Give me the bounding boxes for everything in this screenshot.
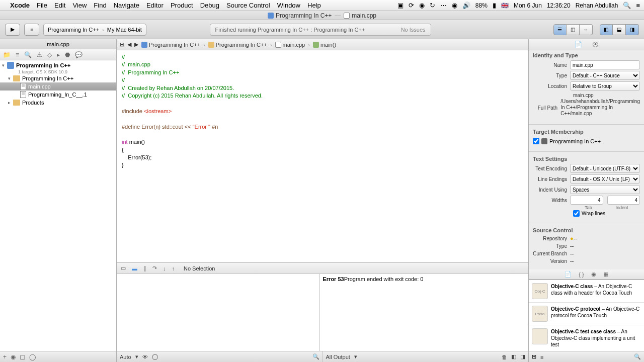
forward-button[interactable]: ▶ xyxy=(134,41,138,48)
menubar-date[interactable]: Mon 6 Jun xyxy=(514,2,542,9)
sync-icon[interactable]: ⟳ xyxy=(409,2,414,9)
group-row[interactable]: ▾ Programming In C++ xyxy=(0,74,116,82)
filter-icon[interactable]: 🔍 xyxy=(312,353,319,360)
menu-edit[interactable]: Edit xyxy=(54,2,65,9)
find-navigator-tab[interactable]: 🔍 xyxy=(24,51,32,58)
toggle-debug-button[interactable]: ⬓ xyxy=(613,24,626,35)
run-button[interactable]: ▶ xyxy=(5,24,20,36)
print-icon[interactable]: ◯ xyxy=(152,353,158,360)
file-inspector-tab[interactable]: 📄 xyxy=(574,41,582,48)
menu-source-control[interactable]: Source Control xyxy=(226,2,270,9)
test-navigator-tab[interactable]: ◇ xyxy=(47,51,52,58)
notifications-icon[interactable]: ≡ xyxy=(636,2,640,9)
filter-scm-icon[interactable]: ▢ xyxy=(20,353,25,360)
media-library-tab[interactable]: ▦ xyxy=(603,271,608,278)
type-select[interactable]: Default - C++ Source xyxy=(570,71,640,80)
file-template-tab[interactable]: 📄 xyxy=(565,271,572,278)
input-flag[interactable]: 🇬🇧 xyxy=(501,2,509,9)
target-checkbox[interactable] xyxy=(533,138,539,144)
jump-group[interactable]: Programming In C++ xyxy=(208,42,267,48)
standard-editor-button[interactable]: ☰ xyxy=(553,24,567,35)
screen-share-icon[interactable]: ▣ xyxy=(397,2,404,9)
version-editor-button[interactable]: ↔ xyxy=(580,24,593,35)
back-button[interactable]: ◀ xyxy=(127,41,131,48)
toggle-breakpoints-icon[interactable]: ▭ xyxy=(121,265,126,272)
indent-select[interactable]: Spaces xyxy=(570,185,640,194)
name-field[interactable] xyxy=(570,60,640,69)
tab-width-field[interactable] xyxy=(570,196,603,205)
output-selector[interactable]: All Output xyxy=(326,354,350,360)
volume-icon[interactable]: 🔊 xyxy=(462,2,470,9)
lib-item[interactable]: Objective-C test case class – An Objecti… xyxy=(529,325,644,351)
file-row-selected[interactable]: main.cpp xyxy=(0,82,116,90)
menu-editor[interactable]: Editor xyxy=(146,2,164,9)
toggle-utilities-button[interactable]: ◨ xyxy=(626,24,639,35)
toggle-vars-icon[interactable]: ◧ xyxy=(511,353,516,360)
menu-help[interactable]: Help xyxy=(307,2,321,9)
object-library-tab[interactable]: ◉ xyxy=(591,271,596,278)
toggle-navigator-button[interactable]: ◧ xyxy=(600,24,613,35)
step-into-icon[interactable]: ↓ xyxy=(163,265,166,272)
quicklook-icon[interactable]: 👁 xyxy=(142,354,148,360)
menu-view[interactable]: View xyxy=(72,2,87,9)
project-row[interactable]: ▾ Programming In C++ xyxy=(0,61,116,69)
jump-file[interactable]: main.cpp xyxy=(275,42,305,48)
add-button[interactable]: + xyxy=(3,353,7,360)
time-machine-icon[interactable]: ↻ xyxy=(430,2,435,9)
issue-navigator-tab[interactable]: ⚠ xyxy=(37,51,42,58)
variables-view[interactable] xyxy=(117,274,320,351)
related-items-icon[interactable]: ⊞ xyxy=(120,41,124,48)
open-file-tab[interactable]: main.cpp xyxy=(0,39,116,49)
scheme-selector[interactable]: Programming In C++ › My Mac 64-bit xyxy=(43,24,146,36)
stop-button[interactable]: ■ xyxy=(24,24,39,36)
lib-item[interactable]: Obj-C Objective-C class – An Objective-C… xyxy=(529,280,644,303)
products-row[interactable]: ▸ Products xyxy=(0,99,116,107)
filter-icon[interactable]: ◯ xyxy=(29,353,36,360)
disclosure-icon[interactable]: ▸ xyxy=(8,100,13,105)
location-select[interactable]: Relative to Group xyxy=(570,81,640,90)
lib-item[interactable]: Proto Objective-C protocol – An Objectiv… xyxy=(529,303,644,325)
symbol-navigator-tab[interactable]: ≡ xyxy=(16,51,19,58)
console-view[interactable]: Error 53Program ended with exit code: 0 xyxy=(320,274,529,351)
file-row[interactable]: Programming_In_C__.1 xyxy=(0,90,116,99)
assistant-editor-button[interactable]: ◫ xyxy=(567,24,580,35)
menu-find[interactable]: Find xyxy=(94,2,106,9)
menu-file[interactable]: File xyxy=(37,2,47,9)
menu-window[interactable]: Window xyxy=(277,2,300,9)
indent-width-field[interactable] xyxy=(607,196,640,205)
battery-pct[interactable]: 88% xyxy=(475,2,488,9)
spotlight-icon[interactable]: 🔍 xyxy=(623,2,631,9)
log-navigator-tab[interactable]: 💬 xyxy=(75,51,83,58)
pause-icon[interactable]: ‖ xyxy=(143,265,146,272)
step-over-icon[interactable]: ↷ xyxy=(152,265,157,272)
toggle-console-icon[interactable]: ◨ xyxy=(520,353,525,360)
list-view-icon[interactable]: ≡ xyxy=(540,354,543,360)
continue-icon[interactable]: ▬ xyxy=(132,265,137,272)
jump-project[interactable]: Programming In C++ xyxy=(141,42,200,48)
menu-product[interactable]: Product xyxy=(171,2,193,9)
app-name[interactable]: Xcode xyxy=(10,2,30,9)
code-snippet-tab[interactable]: { } xyxy=(579,272,584,278)
menu-debug[interactable]: Debug xyxy=(200,2,219,9)
jump-symbol[interactable]: main() xyxy=(313,42,336,48)
grid-view-icon[interactable]: ⊞ xyxy=(532,353,536,360)
disclosure-icon[interactable]: ▾ xyxy=(2,63,7,68)
battery-icon[interactable]: ▮ xyxy=(493,2,496,9)
encoding-select[interactable]: Default - Unicode (UTF-8) xyxy=(570,164,640,173)
menubar-time[interactable]: 12:36:20 xyxy=(547,2,571,9)
step-out-icon[interactable]: ↑ xyxy=(172,265,175,272)
filter-recent-icon[interactable]: ◉ xyxy=(11,353,16,360)
accessibility-icon[interactable]: ◉ xyxy=(419,2,425,9)
project-navigator-tab[interactable]: 📁 xyxy=(3,51,11,58)
wifi-icon[interactable]: ◉ xyxy=(452,2,457,9)
breakpoint-navigator-tab[interactable]: ⬣ xyxy=(65,51,70,58)
wrap-checkbox[interactable] xyxy=(573,210,580,217)
filter-icon[interactable]: 🔍 xyxy=(634,353,641,360)
endings-select[interactable]: Default - OS X / Unix (LF) xyxy=(570,174,640,184)
menu-navigate[interactable]: Navigate xyxy=(114,2,139,9)
clear-console-icon[interactable]: 🗑 xyxy=(502,354,507,360)
bluetooth-icon[interactable]: ⋯ xyxy=(440,2,447,9)
disclosure-icon[interactable]: ▾ xyxy=(8,76,13,81)
source-editor[interactable]: // // main.cpp // Programming In C++ // … xyxy=(117,50,528,262)
auto-selector[interactable]: Auto xyxy=(120,354,131,360)
